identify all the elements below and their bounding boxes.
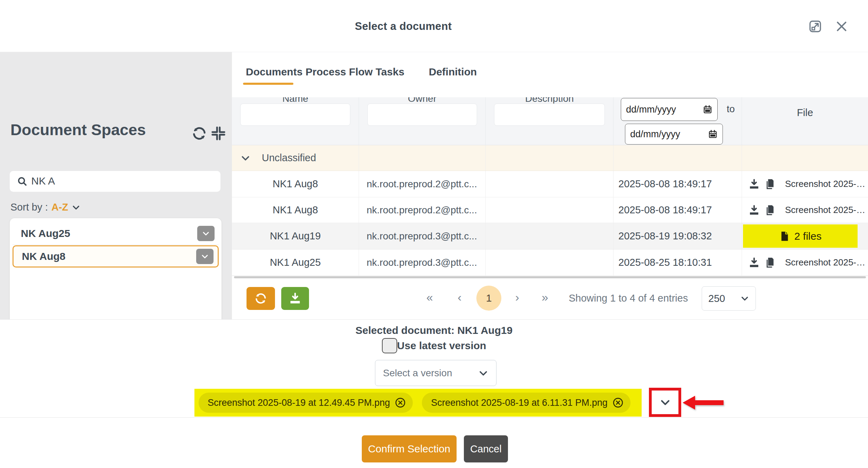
- doc-owner: nk.root.preprod.2@ptt.c...: [359, 171, 486, 197]
- chevron-down-icon: [202, 229, 210, 238]
- remove-file-icon[interactable]: [395, 397, 406, 408]
- doc-description: [486, 249, 614, 276]
- doc-modified: 2025-08-19 19:08:32: [614, 223, 742, 249]
- column-description: Description: [486, 97, 614, 145]
- refresh-icon: [254, 292, 267, 305]
- page-size-select[interactable]: 250: [702, 286, 756, 311]
- sort-control: Sort by : A-Z: [10, 202, 81, 213]
- group-label: Unclassified: [262, 152, 316, 164]
- tab-bar: Documents Process Flow Tasks Definition: [232, 52, 868, 97]
- last-page-button[interactable]: »: [542, 290, 548, 304]
- file-chip[interactable]: Screenshot 2025-08-19 at 12.49.45 PM.png: [199, 393, 413, 413]
- calendar-icon[interactable]: [703, 105, 712, 114]
- group-row-unclassified[interactable]: Unclassified: [232, 145, 868, 171]
- column-header-file: File: [742, 107, 868, 118]
- close-icon[interactable]: [835, 19, 849, 33]
- files-dropdown-toggle-highlighted[interactable]: [649, 388, 681, 417]
- file-chip[interactable]: Screenshot 2025-08-19 at 6.11.31 PM.png: [422, 393, 630, 413]
- doc-name: NK1 Aug8: [232, 197, 359, 223]
- select-document-modal: Select a document Document Spaces Sort b…: [0, 0, 868, 468]
- doc-name: NK1 Aug25: [232, 249, 359, 276]
- space-dropdown-button[interactable]: [196, 249, 214, 264]
- description-filter-input[interactable]: [494, 104, 605, 126]
- date-to-label: to: [727, 104, 735, 115]
- owner-filter-input[interactable]: [367, 104, 477, 126]
- download-icon[interactable]: [748, 257, 760, 269]
- first-page-button[interactable]: «: [426, 290, 433, 304]
- space-dropdown-button[interactable]: [197, 226, 215, 241]
- files-count-label: 2 files: [794, 230, 821, 242]
- download-icon[interactable]: [748, 204, 760, 216]
- expand-icon[interactable]: [808, 19, 822, 33]
- sort-value[interactable]: A-Z: [51, 202, 68, 213]
- date-from-input[interactable]: dd/mm/yyyy: [621, 98, 718, 121]
- version-select[interactable]: Select a version: [375, 360, 496, 386]
- sort-label: Sort by :: [10, 202, 48, 213]
- space-search-box: [10, 171, 220, 192]
- column-modified-date: dd/mm/yyyy to dd/mm/yyyy: [614, 97, 742, 145]
- file-link[interactable]: Screenshot 2025-08...: [785, 205, 868, 215]
- table-row-selected[interactable]: NK1 Aug19 nk.root.preprod.3@ptt.c... 202…: [232, 223, 868, 249]
- space-search-input[interactable]: [31, 171, 212, 191]
- remove-file-icon[interactable]: [612, 397, 624, 408]
- files-count-badge[interactable]: 2 files: [743, 224, 858, 248]
- selection-footer: Selected document: NK1 Aug19 Use latest …: [0, 319, 868, 468]
- download-icon: [289, 292, 302, 305]
- table-filter-header: Name Owner Description dd/mm/yyyy to dd/…: [232, 97, 868, 145]
- download-icon[interactable]: [748, 178, 760, 190]
- date-to-input[interactable]: dd/mm/yyyy: [625, 124, 723, 145]
- chevron-down-icon[interactable]: [240, 153, 251, 163]
- space-item-nk-aug25[interactable]: NK Aug25: [12, 222, 219, 245]
- calendar-icon[interactable]: [708, 129, 718, 139]
- doc-owner: nk.root.preprod.3@ptt.c...: [359, 223, 486, 249]
- collapse-icon[interactable]: [210, 125, 226, 141]
- chevron-down-icon: [659, 396, 671, 408]
- file-chip-name: Screenshot 2025-08-19 at 12.49.45 PM.png: [208, 397, 390, 408]
- file-link[interactable]: Screenshot 2025-08...: [785, 257, 868, 268]
- space-name: NK Aug25: [21, 228, 70, 239]
- tab-documents[interactable]: Documents: [246, 66, 302, 78]
- use-latest-row: Use latest version: [0, 338, 868, 353]
- doc-owner: nk.root.preprod.2@ptt.c...: [359, 197, 486, 223]
- table-row[interactable]: NK1 Aug25 nk.root.preprod.3@ptt.c... 202…: [232, 249, 868, 276]
- copy-icon[interactable]: [764, 178, 776, 190]
- space-name: NK Aug8: [22, 251, 66, 262]
- file-chip-name: Screenshot 2025-08-19 at 6.11.31 PM.png: [431, 397, 607, 408]
- tab-process-flow-tasks[interactable]: Process Flow Tasks: [306, 66, 404, 78]
- download-button[interactable]: [281, 287, 309, 310]
- cancel-button[interactable]: Cancel: [464, 435, 508, 462]
- sidebar-title: Document Spaces: [10, 121, 146, 139]
- page-size-value: 250: [708, 293, 725, 304]
- doc-modified: 2025-08-25 18:10:31: [614, 249, 742, 276]
- file-icon: [779, 231, 790, 242]
- red-annotation-arrow: [683, 395, 725, 411]
- table-row[interactable]: NK1 Aug8 nk.root.preprod.2@ptt.c... 2025…: [232, 171, 868, 197]
- tab-definition[interactable]: Definition: [429, 66, 477, 78]
- document-spaces-sidebar: Document Spaces Sort by : A-Z NK Aug25 N…: [0, 52, 232, 319]
- doc-name: NK1 Aug8: [232, 171, 359, 197]
- column-header-owner: Owner: [359, 97, 485, 104]
- chevron-down-icon[interactable]: [72, 203, 81, 212]
- refresh-table-button[interactable]: [247, 287, 275, 310]
- prev-page-button[interactable]: ‹: [458, 290, 461, 304]
- horizontal-scrollbar[interactable]: [234, 276, 866, 278]
- doc-name: NK1 Aug19: [232, 223, 359, 249]
- doc-modified: 2025-08-08 18:49:17: [614, 171, 742, 197]
- table-row[interactable]: NK1 Aug8 nk.root.preprod.2@ptt.c... 2025…: [232, 197, 868, 223]
- attached-files-highlight: Screenshot 2025-08-19 at 12.49.45 PM.png…: [194, 389, 642, 417]
- selected-document-label: Selected document: NK1 Aug19: [0, 325, 868, 336]
- file-link[interactable]: Screenshot 2025-08...: [785, 179, 868, 189]
- copy-icon[interactable]: [764, 257, 776, 269]
- copy-icon[interactable]: [764, 204, 776, 216]
- column-name: Name: [232, 97, 359, 145]
- confirm-selection-button[interactable]: Confirm Selection: [362, 435, 457, 462]
- next-page-button[interactable]: ›: [515, 290, 519, 304]
- use-latest-checkbox[interactable]: [382, 338, 397, 353]
- name-filter-input[interactable]: [240, 104, 350, 126]
- doc-owner: nk.root.preprod.3@ptt.c...: [359, 249, 486, 276]
- space-item-nk-aug8-selected[interactable]: NK Aug8: [12, 245, 219, 268]
- doc-description: [486, 223, 614, 249]
- current-page-indicator[interactable]: 1: [476, 286, 501, 311]
- chevron-down-icon: [478, 368, 489, 378]
- refresh-icon[interactable]: [191, 125, 207, 141]
